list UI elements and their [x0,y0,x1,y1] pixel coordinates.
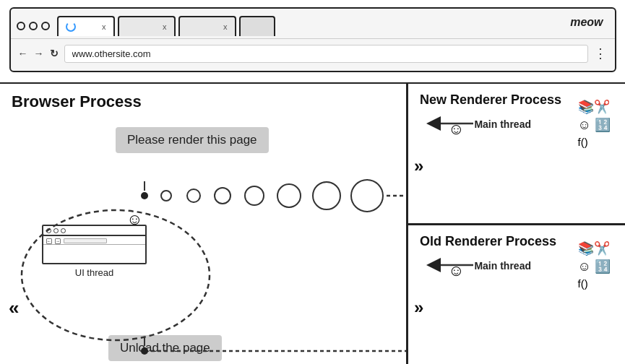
tab-loading-spinner [66,22,76,32]
main-thread-label-2: Main thread [474,260,531,272]
old-renderer-svg [408,225,625,365]
new-renderer-svg [408,84,625,223]
close-dot [17,22,25,30]
browser-process-title: Browser Process [0,84,406,120]
svg-point-2 [187,189,200,202]
smiley-face-1: ☺ [126,210,142,229]
new-renderer-smiley: ☺ [448,120,464,139]
old-renderer-chevron: » [414,298,423,318]
tab-4[interactable] [239,16,275,36]
right-panels: New Renderer Process 📚✂️ ☺ 🔢 f() » Main … [408,84,625,364]
diagram-area: Browser Process Please render this page … [0,82,625,364]
tab-2-close[interactable]: x [163,22,167,31]
svg-point-5 [277,184,301,207]
tab-3-close[interactable]: x [223,22,228,31]
forward-button[interactable]: → [34,48,44,59]
old-renderer-panel: Old Renderer Process 📚✂️ ☺ 🔢 f() » Main … [408,225,625,365]
new-renderer-panel: New Renderer Process 📚✂️ ☺ 🔢 f() » Main … [408,84,625,225]
more-menu-button[interactable]: ⋮ [594,46,608,61]
left-chevron-browser: » [9,297,19,319]
refresh-button[interactable]: ↻ [50,48,59,59]
tab-3[interactable]: x [178,16,236,36]
svg-point-6 [313,182,340,209]
svg-point-4 [245,186,264,205]
new-renderer-chevron: » [414,156,423,176]
window-controls [17,22,50,30]
address-input[interactable] [64,45,588,63]
address-bar-row: ← → ↻ ⋮ [11,39,615,68]
please-render-bubble: Please render this page [116,127,269,153]
main-thread-label-1: Main thread [474,118,531,130]
svg-point-1 [161,191,171,201]
browser-window-icon: ← → [42,225,147,264]
svg-marker-14 [426,116,441,131]
browser-process-panel: Browser Process Please render this page … [0,84,408,364]
unload-page-bubble: Unload the page [108,335,222,361]
back-button[interactable]: ← [18,48,28,59]
svg-point-8 [141,192,148,199]
tab-2[interactable]: x [118,16,176,36]
maximize-dot [41,22,50,30]
browser-chrome: x x x meow ← → ↻ ⋮ [9,7,616,72]
tab-1-close[interactable]: x [102,22,106,31]
svg-point-3 [215,188,230,204]
svg-point-7 [351,180,383,212]
svg-marker-16 [426,258,441,272]
tab-1[interactable]: x [57,16,115,36]
old-renderer-smiley: ☺ [448,261,464,280]
meow-label: meow [570,16,603,29]
browser-process-svg [0,84,406,364]
minimize-dot [29,22,38,30]
ui-thread-area: ← → UI thread [42,225,147,278]
ui-thread-label: UI thread [42,267,147,278]
tab-bar: x x x meow [11,9,615,39]
